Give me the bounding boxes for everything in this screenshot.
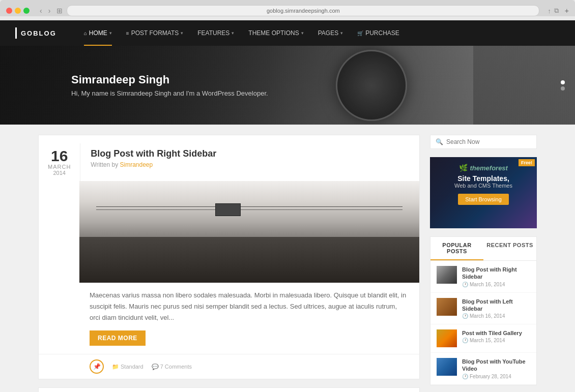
pp-info-4: Blog Post with YouTube Video 🕐 February …	[462, 358, 530, 379]
category-label: Standard	[121, 364, 143, 370]
post-1-meta: Written by Simrandeep	[91, 161, 399, 168]
cable-line-1	[96, 206, 402, 207]
clock-icon-4: 🕐	[462, 374, 468, 379]
forward-button[interactable]: ›	[46, 6, 53, 16]
nav-label-home: HOME	[89, 29, 107, 37]
cable-line-2	[96, 209, 402, 210]
ad-banner[interactable]: Free! 🌿 themeforest Site Templates, Web …	[430, 157, 537, 228]
close-button[interactable]	[6, 8, 12, 14]
post-2-header: 16 MARCH 2014 Blog Post with Left Sideba…	[39, 388, 419, 392]
widget-tabs: POPULAR POSTS RECENT POSTS	[430, 237, 536, 261]
new-tab-button[interactable]: +	[565, 7, 569, 15]
nav-item-theme-options[interactable]: THEME OPTIONS ▾	[241, 20, 310, 46]
post-1-year: 2014	[48, 170, 71, 176]
ad-subtitle: Web and CMS Themes	[436, 183, 531, 189]
popular-post-4: Blog Post with YouTube Video 🕐 February …	[430, 353, 536, 385]
nav-item-home[interactable]: ⌂ HOME ▾	[77, 20, 119, 46]
pp-thumb-4	[437, 358, 457, 376]
post-1-category: 📁 Standard	[112, 364, 143, 370]
post-1-title[interactable]: Blog Post with Right Sidebar	[91, 148, 399, 159]
comments-label: 7 Comments	[160, 364, 192, 370]
post-1-excerpt: Maecenas varius massa non libero sodales…	[39, 283, 419, 330]
back-button[interactable]: ‹	[38, 6, 44, 16]
pp-title-4[interactable]: Blog Post with YouTube Video	[462, 358, 530, 373]
pp-info-1: Blog Post with Right Sidebar 🕐 March 16,…	[462, 266, 530, 287]
post-1-date: 16 MARCH 2014	[39, 143, 80, 181]
pp-title-3[interactable]: Post with Tiled Gallery	[462, 329, 530, 337]
address-bar[interactable]: goblog.simrandeepsingh.com	[67, 5, 539, 16]
popular-post-1: Blog Post with Right Sidebar 🕐 March 16,…	[430, 261, 536, 293]
nav-label-theme-options: THEME OPTIONS	[248, 29, 299, 37]
clock-icon-2: 🕐	[462, 313, 468, 319]
ad-content: 🌿 themeforest Site Templates, Web and CM…	[430, 157, 537, 211]
post-1-title-area: Blog Post with Right Sidebar Written by …	[80, 143, 409, 173]
pp-thumb-2	[437, 298, 457, 316]
hero-content: Simrandeep Singh Hi, My name is Simrande…	[71, 73, 268, 97]
post-card-2: 16 MARCH 2014 Blog Post with Left Sideba…	[38, 387, 420, 392]
post-1-image	[79, 181, 419, 283]
post-1-author[interactable]: Simrandeep	[120, 161, 153, 168]
hero-dot-2[interactable]	[561, 86, 565, 91]
nav-arrows: ‹ ›	[38, 6, 52, 16]
tab-popular-posts[interactable]: POPULAR POSTS	[430, 237, 483, 260]
chevron-down-icon-2: ▾	[181, 31, 183, 36]
search-box: 🔍	[430, 135, 537, 149]
nav-label-features: FEATURES	[197, 29, 229, 37]
share-button[interactable]: ↑	[548, 7, 551, 15]
logo-bar-icon	[15, 27, 17, 39]
post-1-header: 16 MARCH 2014 Blog Post with Right Sideb…	[39, 135, 419, 181]
post-1-comments: 💬 7 Comments	[152, 364, 192, 370]
hero-image	[270, 46, 473, 125]
chevron-down-icon-5: ▾	[340, 31, 343, 36]
pp-title-2[interactable]: Blog Post with Left Sidebar	[462, 298, 530, 313]
ad-button[interactable]: Start Browsing	[458, 194, 509, 205]
pp-date-2: 🕐 March 16, 2014	[462, 313, 530, 319]
address-text: goblog.simrandeepsingh.com	[267, 8, 340, 14]
tab-recent-posts[interactable]: RECENT POSTS	[483, 237, 536, 260]
nav-item-features[interactable]: FEATURES ▾	[190, 20, 241, 46]
content-wrapper: 16 MARCH 2014 Blog Post with Right Sideb…	[33, 125, 542, 392]
hero-title: Simrandeep Singh	[71, 73, 268, 86]
pp-thumb-3	[437, 329, 457, 347]
search-input[interactable]	[446, 138, 531, 145]
browser-actions: ↑ ⧉	[548, 7, 559, 15]
chevron-down-icon: ▾	[109, 31, 112, 36]
nav-item-pages[interactable]: PAGES ▾	[311, 20, 350, 46]
post-1-written-by: Written by	[91, 161, 118, 168]
post-1-footer: 📌 📁 Standard 💬 7 Comments	[39, 354, 419, 379]
chevron-down-icon-3: ▾	[232, 31, 234, 36]
post-1-day: 16	[48, 148, 71, 164]
minimize-button[interactable]	[15, 8, 21, 14]
home-icon: ⌂	[84, 31, 87, 36]
duplicate-button[interactable]: ⧉	[554, 7, 559, 15]
ground	[79, 237, 419, 283]
traffic-lights	[6, 8, 30, 14]
logo-text: GOBLOG	[21, 29, 56, 37]
popular-post-3: Post with Tiled Gallery 🕐 March 15, 2014	[430, 324, 536, 353]
ad-brand: themeforest	[470, 164, 508, 172]
post-1-image-inner	[79, 181, 419, 283]
chevron-down-icon-4: ▾	[301, 31, 304, 36]
pp-title-1[interactable]: Blog Post with Right Sidebar	[462, 266, 530, 281]
pp-date-1: 🕐 March 16, 2014	[462, 282, 530, 287]
tab-view-button[interactable]: ⊞	[56, 7, 63, 15]
pin-icon: 📌	[90, 359, 104, 374]
pp-date-text-3: March 15, 2014	[470, 338, 505, 343]
hero-section: Simrandeep Singh Hi, My name is Simrande…	[0, 46, 575, 125]
maximize-button[interactable]	[23, 8, 30, 14]
formats-icon: ≡	[126, 31, 129, 36]
popular-post-2: Blog Post with Left Sidebar 🕐 March 16, …	[430, 293, 536, 325]
pp-date-text-1: March 16, 2014	[470, 282, 505, 287]
hero-dot-1[interactable]	[561, 80, 565, 84]
clock-icon-3: 🕐	[462, 338, 468, 343]
post-1-read-more[interactable]: READ MORE	[90, 330, 146, 346]
main-content: 16 MARCH 2014 Blog Post with Right Sideb…	[38, 135, 420, 392]
nav-label-pages: PAGES	[318, 29, 338, 37]
nav-item-purchase[interactable]: 🛒 PURCHASE	[350, 20, 407, 46]
comment-icon: 💬	[152, 364, 159, 370]
post-1-month: MARCH	[48, 164, 71, 170]
lens-graphic	[336, 50, 407, 121]
pp-info-2: Blog Post with Left Sidebar 🕐 March 16, …	[462, 298, 530, 319]
nav-label-formats: POST FORMATS	[131, 29, 179, 37]
nav-item-post-formats[interactable]: ≡ POST FORMATS ▾	[119, 20, 190, 46]
